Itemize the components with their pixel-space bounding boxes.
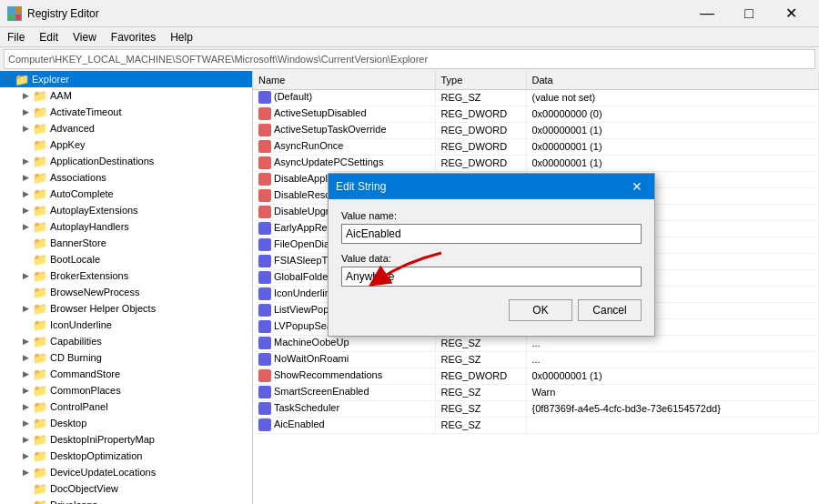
dialog-title: Edit String [336,180,386,193]
edit-string-dialog: Edit String ✕ Value name: Value data: OK… [328,173,655,337]
dialog-close-button[interactable]: ✕ [627,176,647,197]
value-data-input[interactable] [341,267,642,287]
value-name-label: Value name: [341,210,642,221]
ok-button[interactable]: OK [509,299,572,321]
value-name-input[interactable] [341,224,642,244]
dialog-overlay: Edit String ✕ Value name: Value data: OK… [0,0,819,504]
dialog-body: Value name: Value data: OK Cancel [329,199,654,336]
dialog-title-bar: Edit String ✕ [329,174,654,199]
cancel-button[interactable]: Cancel [578,299,642,321]
value-data-label: Value data: [341,253,642,264]
dialog-footer: OK Cancel [341,299,642,325]
